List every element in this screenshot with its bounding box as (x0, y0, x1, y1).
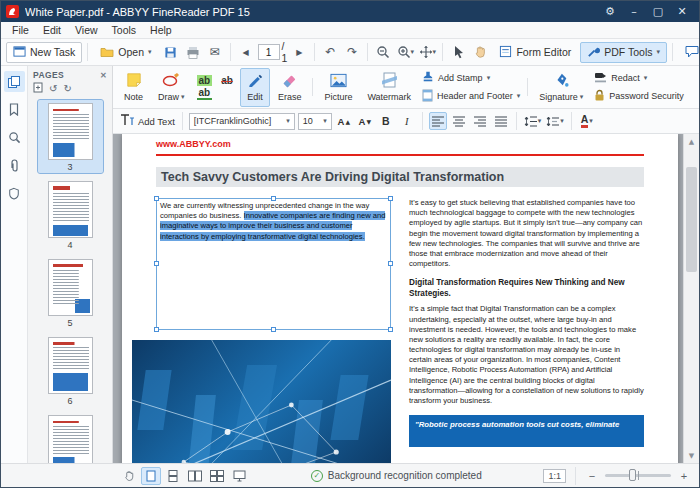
rotate-right-icon[interactable]: ↻ (63, 83, 71, 94)
pdf-tools-button[interactable]: PDF Tools ▾ (580, 42, 667, 63)
maximize-button[interactable]: ▢ (646, 1, 670, 22)
zoom-slider-thumb[interactable] (629, 469, 636, 481)
italic-button[interactable]: I (398, 112, 416, 130)
note-tool-button[interactable]: Note (117, 68, 150, 107)
font-size-select[interactable]: 10 ▾ (298, 113, 332, 130)
menu-file[interactable]: File (5, 22, 36, 38)
watermark-tool-button[interactable]: Watermark (360, 68, 418, 107)
redo-button[interactable]: ↷ (342, 42, 362, 62)
form-editor-button[interactable]: Form Editor (492, 42, 578, 63)
scrollbar-track[interactable] (684, 149, 699, 448)
password-security-button[interactable]: Password Security (594, 89, 684, 103)
pdf-page[interactable]: www.ABBYY.com Tech Savvy Customers Are D… (122, 134, 678, 463)
align-right-button[interactable] (471, 112, 489, 130)
close-button[interactable]: ✕ (670, 1, 694, 22)
signature-tool-button[interactable]: Signature▾ (532, 68, 590, 107)
erase-tool-button[interactable]: Erase (271, 68, 309, 107)
edit-tool-button[interactable]: Edit (240, 68, 270, 107)
align-left-button[interactable] (429, 112, 447, 130)
picture-tool-button[interactable]: Picture (317, 68, 359, 107)
scroll-up-icon[interactable]: ▲ (684, 134, 699, 149)
highlight-tool-button[interactable]: ab (197, 75, 213, 86)
selection-handle[interactable] (388, 196, 393, 201)
pages-panel-tab[interactable] (4, 71, 25, 92)
actual-size-button[interactable]: 1:1 (543, 469, 566, 483)
font-color-button[interactable]: A▾ (578, 112, 596, 130)
zoom-slider[interactable] (605, 474, 671, 477)
page-thumbnail[interactable]: 5 (38, 256, 103, 329)
two-page-view-button[interactable] (185, 467, 205, 485)
page-number-input[interactable] (258, 44, 280, 60)
font-family-select[interactable]: [ITCFranklinGothic] ▾ (189, 113, 295, 130)
attachments-tab[interactable] (4, 155, 25, 176)
pages-panel-close-icon[interactable]: ✕ (100, 71, 107, 80)
save-button[interactable] (161, 42, 181, 62)
digital-signatures-tab[interactable] (4, 183, 25, 204)
selection-handle[interactable] (271, 196, 276, 201)
menu-help[interactable]: Help (143, 22, 179, 38)
menu-tools[interactable]: Tools (105, 22, 144, 38)
settings-gear-icon[interactable]: ⚙ (598, 1, 622, 22)
selection-handle[interactable] (388, 261, 393, 266)
open-button[interactable]: Open ▾ (93, 42, 158, 63)
header-footer-button[interactable]: Header and Footer ▾ (422, 89, 520, 104)
underline-tool-button[interactable]: ab (197, 87, 213, 100)
undo-button[interactable]: ↶ (320, 42, 340, 62)
comments-button[interactable]: 0 ▾ (678, 42, 700, 63)
doc-url-text[interactable]: www.ABBYY.com (156, 139, 644, 149)
zoom-in-button[interactable]: ▾ (395, 42, 415, 62)
increase-font-button[interactable]: A▲ (335, 112, 353, 130)
next-page-button[interactable]: ▶ (289, 42, 309, 62)
page-thumbnail[interactable]: 4 (38, 178, 103, 251)
doc-city-image[interactable] (132, 340, 391, 463)
selection-handle[interactable] (154, 196, 159, 201)
minimize-button[interactable]: – (622, 1, 646, 22)
add-stamp-button[interactable]: Add Stamp ▾ (422, 71, 520, 85)
selection-handle[interactable] (154, 327, 159, 332)
selection-handle[interactable] (154, 261, 159, 266)
strikethrough-tool-button[interactable]: ab (219, 75, 235, 86)
select-tool-button[interactable] (448, 42, 468, 62)
vertical-scrollbar[interactable]: ▲ ▼ (683, 134, 699, 463)
document-canvas[interactable]: www.ABBYY.com Tech Savvy Customers Are D… (113, 134, 683, 463)
print-button[interactable] (183, 42, 203, 62)
selection-handle[interactable] (388, 327, 393, 332)
rotate-left-icon[interactable]: ↺ (49, 83, 57, 94)
doc-heading[interactable]: Tech Savvy Customers Are Driving Digital… (156, 167, 644, 187)
email-button[interactable]: ✉ (205, 42, 225, 62)
two-page-continuous-button[interactable] (207, 467, 227, 485)
page-thumbnail[interactable]: 7 (38, 412, 103, 463)
hand-tool-button[interactable] (470, 42, 490, 62)
scroll-down-icon[interactable]: ▼ (684, 448, 699, 463)
zoom-out-minus-button[interactable]: − (585, 470, 599, 482)
doc-paragraph-2[interactable]: It's a simple fact that Digital Transfor… (409, 304, 644, 406)
fit-page-button[interactable]: ▾ (417, 42, 437, 62)
continuous-view-button[interactable] (163, 467, 183, 485)
doc-left-paragraph[interactable]: We are currently witnessing unprecedente… (160, 201, 387, 242)
redact-button[interactable]: Redact ▾ (594, 72, 684, 85)
line-spacing-button[interactable]: ▾ (523, 112, 543, 130)
page-thumbnail[interactable]: 3 (38, 100, 103, 173)
draw-tool-button[interactable]: Draw▾ (151, 68, 192, 107)
previous-page-button[interactable]: ◀ (236, 42, 256, 62)
search-tab[interactable] (4, 127, 25, 148)
bookmarks-tab[interactable] (4, 99, 25, 120)
single-page-view-button[interactable] (141, 467, 161, 485)
page-thumbnail[interactable]: 6 (38, 334, 103, 407)
new-task-button[interactable]: New Task (6, 42, 82, 63)
paragraph-spacing-button[interactable]: ▾ (545, 112, 565, 130)
doc-paragraph-1[interactable]: It's easy to get stuck believing that es… (409, 198, 644, 269)
doc-subheading[interactable]: Digital Transformation Requires New Thin… (409, 277, 644, 299)
selected-text-box[interactable]: We are currently witnessing unprecedente… (156, 198, 391, 330)
selection-handle[interactable] (271, 327, 276, 332)
doc-quote-bar[interactable]: "Robotic process automation tools cut co… (409, 415, 644, 447)
decrease-font-button[interactable]: A▼ (356, 112, 374, 130)
presentation-view-button[interactable] (229, 467, 249, 485)
menu-view[interactable]: View (68, 22, 105, 38)
add-text-button[interactable]: Add Text (119, 112, 176, 130)
align-center-button[interactable] (450, 112, 468, 130)
bold-button[interactable]: B (377, 112, 395, 130)
align-justify-button[interactable] (492, 112, 510, 130)
zoom-out-button[interactable] (373, 42, 393, 62)
add-page-icon[interactable] (33, 82, 43, 95)
